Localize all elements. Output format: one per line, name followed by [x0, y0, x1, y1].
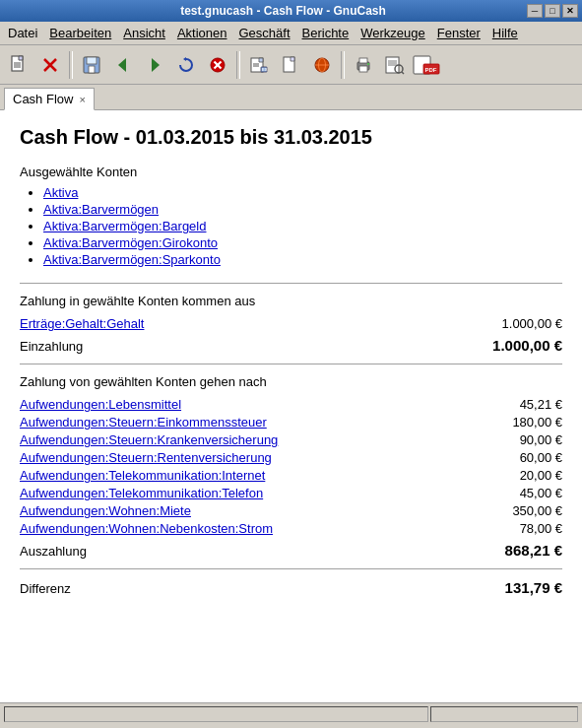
svg-point-29 — [367, 63, 369, 65]
toolbar-sep-3 — [341, 51, 345, 79]
svg-marker-9 — [118, 58, 126, 72]
svg-rect-27 — [359, 66, 367, 72]
expense-amount-6: 350,00 € — [512, 503, 562, 518]
expense-account-link-0[interactable]: Aufwendungen:Lebensmittel — [20, 397, 181, 412]
back-button[interactable] — [108, 50, 138, 80]
pdf-button[interactable]: PDF — [412, 50, 441, 80]
tab-cashflow[interactable]: Cash Flow × — [4, 88, 95, 110]
menu-ansicht[interactable]: Ansicht — [117, 24, 171, 42]
reload-button[interactable] — [171, 50, 201, 80]
window-title: test.gnucash - Cash Flow - GnuCash — [39, 4, 527, 18]
expense-amount-0: 45,21 € — [520, 397, 562, 412]
expense-item-1: Aufwendungen:Steuern:Einkommenssteuer 18… — [20, 415, 562, 430]
status-bar — [0, 702, 582, 724]
income-subtotal-label: Einzahlung — [20, 339, 83, 354]
list-item: Aktiva:Barvermögen:Bargeld — [43, 219, 562, 233]
expense-account-link-3[interactable]: Aufwendungen:Steuern:Rentenversicherung — [20, 450, 272, 465]
toolbar-sep-2 — [236, 51, 240, 79]
svg-rect-7 — [87, 57, 97, 64]
print-button[interactable] — [349, 50, 378, 80]
zoom-button[interactable] — [380, 50, 410, 80]
expense-item-3: Aufwendungen:Steuern:Rentenversicherung … — [20, 450, 562, 465]
menu-aktionen[interactable]: Aktionen — [171, 24, 233, 42]
tab-close-button[interactable]: × — [79, 94, 85, 105]
expense-item-4: Aufwendungen:Telekommunikation:Internet … — [20, 468, 562, 483]
import-button[interactable] — [276, 50, 305, 80]
menu-bar: Datei Bearbeiten Ansicht Aktionen Geschä… — [0, 22, 582, 45]
expense-account-link-1[interactable]: Aufwendungen:Steuern:Einkommenssteuer — [20, 415, 267, 430]
tab-label: Cash Flow — [13, 92, 73, 106]
svg-marker-11 — [183, 57, 186, 61]
svg-marker-10 — [152, 58, 160, 72]
toolbar-sep-1 — [69, 51, 73, 79]
income-item-0: Erträge:Gehalt:Gehalt 1.000,00 € — [20, 316, 562, 331]
expense-subtotal-row: Auszahlung 868,21 € — [20, 542, 562, 559]
svg-line-35 — [402, 72, 404, 74]
account-link-barverm[interactable]: Aktiva:Barvermögen — [43, 202, 159, 217]
expense-amount-5: 45,00 € — [520, 486, 562, 500]
close-button[interactable]: ✕ — [562, 4, 578, 18]
expense-amount-7: 78,00 € — [520, 521, 562, 536]
menu-geschaeft[interactable]: Geschäft — [232, 24, 295, 42]
income-section-header: Zahlung in gewählte Konten kommen aus — [20, 294, 562, 308]
divider-1 — [20, 283, 562, 284]
list-item: Aktiva:Barvermögen — [43, 202, 562, 217]
menu-bearbeiten[interactable]: Bearbeiten — [43, 24, 117, 42]
options-button[interactable] — [307, 50, 337, 80]
new-button[interactable] — [4, 50, 33, 80]
expense-amount-4: 20,00 € — [520, 468, 562, 483]
expense-account-link-5[interactable]: Aufwendungen:Telekommunikation:Telefon — [20, 486, 263, 500]
expense-account-link-2[interactable]: Aufwendungen:Steuern:Krankenversicherung — [20, 432, 278, 447]
difference-row: Differenz 131,79 € — [20, 579, 562, 596]
toolbar: EX PDF — [0, 45, 582, 85]
menu-hilfe[interactable]: Hilfe — [486, 24, 524, 42]
account-link-aktiva[interactable]: Aktiva — [43, 185, 78, 200]
expense-subtotal-amount: 868,21 € — [505, 542, 562, 559]
expense-item-6: Aufwendungen:Wohnen:Miete 350,00 € — [20, 503, 562, 518]
expense-item-5: Aufwendungen:Telekommunikation:Telefon 4… — [20, 486, 562, 500]
stop-button[interactable] — [203, 50, 232, 80]
expense-account-link-7[interactable]: Aufwendungen:Wohnen:Nebenkosten:Strom — [20, 521, 273, 536]
expense-item-2: Aufwendungen:Steuern:Krankenversicherung… — [20, 432, 562, 447]
income-subtotal-row: Einzahlung 1.000,00 € — [20, 337, 562, 354]
expense-account-link-6[interactable]: Aufwendungen:Wohnen:Miete — [20, 503, 191, 518]
expense-account-link-4[interactable]: Aufwendungen:Telekommunikation:Internet — [20, 468, 265, 483]
svg-text:PDF: PDF — [425, 67, 437, 73]
expense-item-0: Aufwendungen:Lebensmittel 45,21 € — [20, 397, 562, 412]
divider-3 — [20, 568, 562, 569]
account-list: Aktiva Aktiva:Barvermögen Aktiva:Barverm… — [20, 185, 562, 267]
forward-button[interactable] — [140, 50, 169, 80]
account-link-bargeld[interactable]: Aktiva:Barvermögen:Bargeld — [43, 219, 206, 233]
title-bar: test.gnucash - Cash Flow - GnuCash ─ □ ✕ — [0, 0, 582, 22]
minimize-button[interactable]: ─ — [527, 4, 543, 18]
account-link-sparkonto[interactable]: Aktiva:Barvermögen:Sparkonto — [43, 252, 221, 267]
difference-label: Differenz — [20, 581, 71, 596]
save-button[interactable] — [77, 50, 106, 80]
expense-amount-1: 180,00 € — [512, 415, 562, 430]
report-content: Cash Flow - 01.03.2015 bis 31.03.2015 Au… — [0, 110, 582, 702]
export-button[interactable]: EX — [244, 50, 274, 80]
expense-amount-2: 90,00 € — [520, 432, 562, 447]
menu-datei[interactable]: Datei — [2, 24, 43, 42]
svg-rect-8 — [89, 66, 95, 73]
expense-section-header: Zahlung von gewählten Konten gehen nach — [20, 374, 562, 389]
menu-fenster[interactable]: Fenster — [431, 24, 486, 42]
difference-amount: 131,79 € — [505, 579, 562, 596]
selected-accounts-label: Ausgewählte Konten — [20, 165, 562, 179]
expense-item-7: Aufwendungen:Wohnen:Nebenkosten:Strom 78… — [20, 521, 562, 536]
list-item: Aktiva — [43, 185, 562, 200]
status-pane-left — [4, 706, 428, 722]
expense-amount-3: 60,00 € — [520, 450, 562, 465]
close-tab-button[interactable] — [35, 50, 65, 80]
income-account-link-0[interactable]: Erträge:Gehalt:Gehalt — [20, 316, 144, 331]
menu-werkzeuge[interactable]: Werkzeuge — [355, 24, 431, 42]
maximize-button[interactable]: □ — [545, 4, 560, 18]
svg-marker-16 — [259, 58, 263, 62]
status-pane-right — [430, 706, 578, 722]
divider-2 — [20, 364, 562, 364]
svg-rect-28 — [359, 58, 367, 63]
menu-berichte[interactable]: Berichte — [296, 24, 356, 42]
svg-marker-22 — [291, 57, 294, 61]
list-item: Aktiva:Barvermögen:Girokonto — [43, 235, 562, 250]
account-link-girokonto[interactable]: Aktiva:Barvermögen:Girokonto — [43, 235, 218, 250]
